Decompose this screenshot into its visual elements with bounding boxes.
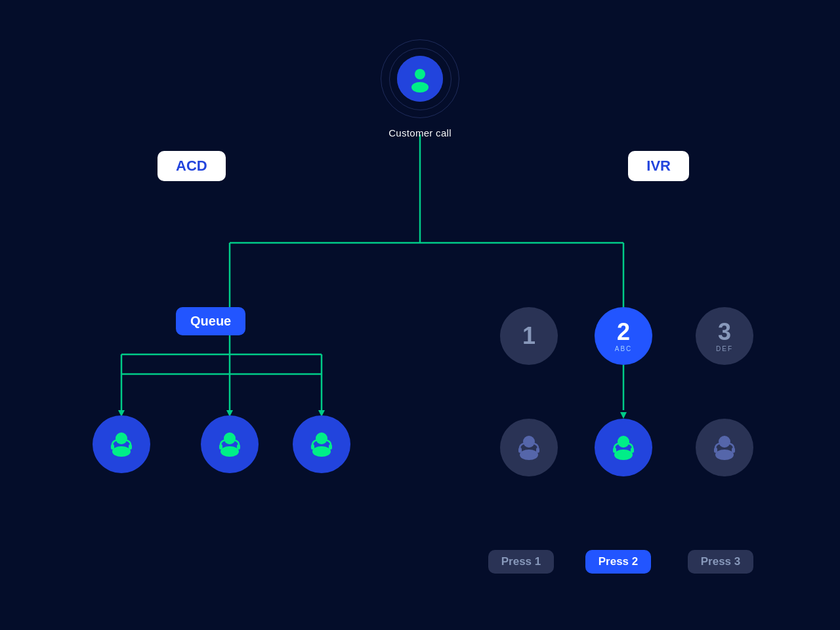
keypad-1-num: 1 <box>522 324 536 348</box>
customer-node: Customer call <box>381 39 459 138</box>
ivr-label: IVR <box>646 158 671 174</box>
customer-avatar <box>397 56 443 102</box>
svg-rect-35 <box>536 448 539 453</box>
svg-point-29 <box>312 446 331 457</box>
svg-point-20 <box>116 432 127 444</box>
ivr-agent-3 <box>696 419 753 476</box>
svg-rect-34 <box>518 448 522 453</box>
pulse-rings <box>381 39 459 118</box>
headset-inactive-3 <box>707 430 742 465</box>
queue-label: Queue <box>190 314 231 328</box>
ivr-box: IVR <box>628 151 689 181</box>
svg-point-36 <box>618 436 629 448</box>
ivr-agent-2 <box>595 419 652 476</box>
customer-label: Customer call <box>388 127 452 138</box>
diagram-container: Customer call ACD IVR Queue <box>0 0 840 630</box>
headset-inactive-1 <box>511 430 547 465</box>
svg-point-41 <box>715 450 734 460</box>
keypad-2-num: 2 <box>617 320 630 344</box>
svg-rect-23 <box>129 444 132 450</box>
svg-rect-38 <box>613 448 616 453</box>
keypad-3-sub: DEF <box>716 345 733 352</box>
keypad-2[interactable]: 2 ABC <box>595 307 652 365</box>
headset-icon-2 <box>212 427 247 462</box>
headset-icon-1 <box>104 427 139 462</box>
acd-agent-1 <box>93 415 150 473</box>
svg-point-37 <box>614 450 633 460</box>
headset-active-2 <box>606 430 641 465</box>
svg-point-19 <box>411 82 429 93</box>
acd-agent-2 <box>201 415 259 473</box>
ivr-agent-1 <box>500 419 558 476</box>
headset-icon-3 <box>304 427 339 462</box>
press-1-button[interactable]: Press 1 <box>488 550 554 574</box>
acd-agent-3 <box>293 415 350 473</box>
svg-rect-43 <box>732 448 735 453</box>
svg-rect-22 <box>111 444 114 450</box>
svg-point-33 <box>520 450 538 460</box>
acd-label: ACD <box>176 158 207 174</box>
svg-rect-39 <box>631 448 634 453</box>
svg-point-24 <box>224 432 236 444</box>
press-3-button[interactable]: Press 3 <box>688 550 753 574</box>
keypad-2-sub: ABC <box>615 345 633 352</box>
svg-point-21 <box>112 446 131 457</box>
queue-box: Queue <box>176 307 245 335</box>
svg-rect-30 <box>311 444 314 450</box>
keypad-1[interactable]: 1 <box>500 307 558 365</box>
svg-rect-26 <box>219 444 222 450</box>
svg-rect-27 <box>237 444 240 450</box>
svg-point-18 <box>415 69 425 79</box>
keypad-3-num: 3 <box>718 320 731 344</box>
svg-rect-31 <box>329 444 332 450</box>
acd-box: ACD <box>158 151 226 181</box>
svg-point-25 <box>220 446 239 457</box>
svg-point-40 <box>719 436 730 448</box>
svg-marker-17 <box>620 412 627 419</box>
press-2-button[interactable]: Press 2 <box>585 550 651 574</box>
svg-rect-42 <box>714 448 717 453</box>
person-icon <box>406 65 434 93</box>
svg-point-32 <box>523 436 535 448</box>
svg-point-28 <box>316 432 327 444</box>
keypad-3[interactable]: 3 DEF <box>696 307 753 365</box>
